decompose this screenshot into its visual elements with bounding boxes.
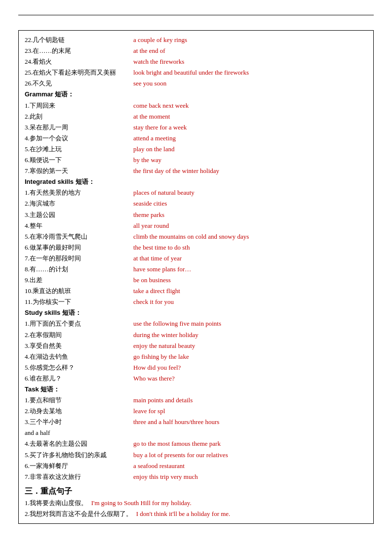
section-header: Integrated skills 短语： bbox=[25, 176, 367, 187]
vocab-row: 4.在湖边去钓鱼go fishing by the lake bbox=[25, 351, 367, 362]
section-header: Grammar 短语： bbox=[25, 89, 367, 100]
chinese-text: 1.用下面的五个要点 bbox=[25, 318, 133, 329]
chinese-text: 24.看焰火 bbox=[25, 56, 133, 67]
vocab-row: 3.三个半小时three and a half hours/three hour… bbox=[25, 417, 367, 427]
english-text: check it for you bbox=[133, 297, 367, 307]
vocab-row: 2.此刻at the moment bbox=[25, 111, 367, 122]
page: 22.几个钥匙链a couple of key rings23.在……的末尾at… bbox=[18, 10, 374, 529]
chinese-text: 6.做某事的最好时间 bbox=[25, 242, 133, 253]
chinese-text: 8.有……的计划 bbox=[25, 264, 133, 275]
chinese-text: 7.在一年的那段时间 bbox=[25, 253, 133, 264]
chinese-text: 1.要点和细节 bbox=[25, 395, 133, 406]
chinese-text: 5.在寒冷雨雪天气爬山 bbox=[25, 231, 133, 242]
vocab-row: 24.看焰火watch the fireworks bbox=[25, 56, 367, 67]
vocab-row: 2.在寒假期间during the winter holiday bbox=[25, 330, 367, 341]
chinese-text: 26.不久见 bbox=[25, 78, 133, 89]
chinese-text: 3.享受自然美 bbox=[25, 341, 133, 351]
english-text: during the winter holiday bbox=[133, 330, 367, 341]
continuation-text: and a half bbox=[25, 427, 367, 438]
chinese-text: 10.乘直达的航班 bbox=[25, 286, 133, 297]
vocab-row: 4.参加一个会议attend a meeting bbox=[25, 133, 367, 144]
chinese-text: 2.动身去某地 bbox=[25, 406, 133, 417]
vocab-row: 25.在焰火下看起来明亮而又美丽look bright and beautifu… bbox=[25, 67, 367, 78]
english-text: a couple of key rings bbox=[133, 35, 367, 45]
vocab-row: 6.谁在那儿？Who was there? bbox=[25, 373, 367, 384]
english-text: watch the fireworks bbox=[133, 56, 367, 67]
english-text: three and a half hours/three hours bbox=[133, 417, 367, 427]
chinese-text: 7.非常喜欢这次旅行 bbox=[25, 471, 133, 482]
chinese-text: 22.几个钥匙链 bbox=[25, 35, 133, 45]
english-text: take a direct flight bbox=[133, 286, 367, 297]
vocab-row: 10.乘直达的航班take a direct flight bbox=[25, 286, 367, 297]
vocab-row: 7.寒假的第一天the first day of the winter holi… bbox=[25, 166, 367, 176]
chinese-text: 7.寒假的第一天 bbox=[25, 166, 133, 176]
english-text: enjoy the natural beauty bbox=[133, 341, 367, 351]
vocab-row: 2.海滨城市seaside cities bbox=[25, 198, 367, 209]
vocab-row: 22.几个钥匙链a couple of key rings bbox=[25, 35, 367, 45]
english-text: go fishing by the lake bbox=[133, 351, 367, 362]
english-text: play on the land bbox=[133, 144, 367, 155]
vocab-row: 5.你感觉怎么样？How did you feel? bbox=[25, 362, 367, 373]
vocab-row: 3.呆在那儿一周stay there for a week bbox=[25, 122, 367, 133]
vocab-row: 11.为你核实一下check it for you bbox=[25, 297, 367, 307]
english-text: theme parks bbox=[133, 210, 367, 220]
english-text: Who was there? bbox=[133, 373, 367, 384]
chinese-text: 6.谁在那儿？ bbox=[25, 373, 133, 384]
english-text: at that time of year bbox=[133, 253, 367, 264]
section-title: 三．重点句子 bbox=[25, 484, 367, 498]
vocab-row: 3.主题公园theme parks bbox=[25, 210, 367, 220]
english-text: buy a lot of presents for our relatives bbox=[133, 450, 367, 461]
english-text: enjoy this trip very much bbox=[133, 471, 367, 482]
sentence-chinese: 1.我将要去南山度假。 bbox=[25, 498, 87, 509]
vocab-row: 2.动身去某地leave for spl bbox=[25, 406, 367, 417]
sentence-english: I don't think it'll be a holiday for me. bbox=[136, 509, 231, 519]
vocab-row: 26.不久见see you soon bbox=[25, 78, 367, 89]
vocab-row: 7.非常喜欢这次旅行enjoy this trip very much bbox=[25, 471, 367, 482]
vocab-row: 5.买了许多礼物给我们的亲戚buy a lot of presents for … bbox=[25, 450, 367, 461]
chinese-text: 2.此刻 bbox=[25, 111, 133, 122]
english-text: at the moment bbox=[133, 111, 367, 122]
english-text: use the following five main points bbox=[133, 318, 367, 329]
vocab-row: 6.顺便说一下by the way bbox=[25, 155, 367, 166]
vocab-row: 9.出差be on business bbox=[25, 275, 367, 286]
vocab-row: 5.在寒冷雨雪天气爬山climb the mountains on cold a… bbox=[25, 231, 367, 242]
english-text: stay there for a week bbox=[133, 122, 367, 133]
chinese-text: 2.在寒假期间 bbox=[25, 330, 133, 341]
english-text: by the way bbox=[133, 155, 367, 166]
chinese-text: 4.整年 bbox=[25, 220, 133, 231]
english-text: the best time to do sth bbox=[133, 242, 367, 253]
chinese-text: 3.三个半小时 bbox=[25, 417, 133, 427]
english-text: be on business bbox=[133, 275, 367, 286]
content-box: 22.几个钥匙链a couple of key rings23.在……的末尾at… bbox=[18, 30, 374, 524]
chinese-text: 3.主题公园 bbox=[25, 210, 133, 220]
vocab-row: 5.在沙滩上玩play on the land bbox=[25, 144, 367, 155]
chinese-text: 4.在湖边去钓鱼 bbox=[25, 351, 133, 362]
chinese-text: 1.有天然美景的地方 bbox=[25, 187, 133, 198]
vocab-row: 1.下周回来come back next week bbox=[25, 100, 367, 111]
chinese-text: 6.一家海鲜餐厅 bbox=[25, 461, 133, 471]
vocab-row: 4.去最著名的主题公园go to the most famous theme p… bbox=[25, 438, 367, 449]
vocab-row: 23.在……的末尾at the end of bbox=[25, 45, 367, 56]
english-text: go to the most famous theme park bbox=[133, 438, 367, 449]
vocab-row: 6.做某事的最好时间the best time to do sth bbox=[25, 242, 367, 253]
english-text: the first day of the winter holiday bbox=[133, 166, 367, 176]
english-text: see you soon bbox=[133, 78, 367, 89]
chinese-text: 23.在……的末尾 bbox=[25, 45, 133, 56]
sentence-row: 1.我将要去南山度假。I'm going to South Hill for m… bbox=[25, 498, 367, 509]
english-text: all year round bbox=[133, 220, 367, 231]
vocab-row: 4.整年all year round bbox=[25, 220, 367, 231]
english-text: a seafood restaurant bbox=[133, 461, 367, 471]
chinese-text: 5.在沙滩上玩 bbox=[25, 144, 133, 155]
section-header: Task 短语： bbox=[25, 384, 367, 395]
chinese-text: 1.下周回来 bbox=[25, 100, 133, 111]
english-text: have some plans for… bbox=[133, 264, 367, 275]
vocab-row: 7.在一年的那段时间at that time of year bbox=[25, 253, 367, 264]
vocab-row: 1.要点和细节main points and details bbox=[25, 395, 367, 406]
sentence-row: 2.我想对我而言这不会是什么假期了。I don't think it'll be… bbox=[25, 509, 367, 519]
chinese-text: 3.呆在那儿一周 bbox=[25, 122, 133, 133]
top-border bbox=[18, 15, 374, 15]
chinese-text: 6.顺便说一下 bbox=[25, 155, 133, 166]
english-text: at the end of bbox=[133, 45, 367, 56]
english-text: attend a meeting bbox=[133, 133, 367, 144]
sentence-chinese: 2.我想对我而言这不会是什么假期了。 bbox=[25, 509, 132, 519]
